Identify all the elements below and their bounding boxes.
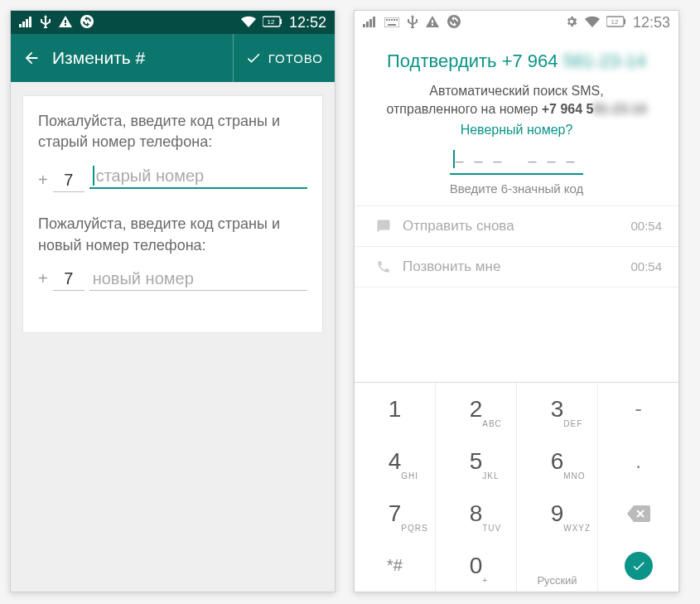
warning-icon [59,16,72,30]
svg-rect-14 [384,17,399,27]
svg-rect-25 [624,19,625,24]
key-dot[interactable]: . [598,435,678,487]
call-timer: 00:54 [630,259,662,273]
resend-timer: 00:54 [630,219,662,233]
svg-rect-0 [19,24,22,27]
resend-sms-row[interactable]: Отправить снова 00:54 [355,205,678,246]
text-cursor [453,150,455,168]
call-label: Позвонить мне [403,259,500,275]
key-8[interactable]: 8TUV [436,487,517,539]
text-cursor [93,166,94,186]
svg-rect-1 [22,22,25,27]
svg-rect-4 [65,20,66,23]
svg-rect-16 [389,19,390,21]
svg-rect-13 [373,17,375,27]
resend-label: Отправить снова [403,218,514,234]
key-symbols[interactable]: *# [355,539,436,592]
svg-rect-15 [386,19,388,21]
key-backspace[interactable] [598,487,678,539]
svg-rect-8 [280,19,282,24]
status-time: 12:52 [289,14,326,31]
svg-rect-17 [391,19,393,21]
svg-rect-12 [369,19,372,27]
old-number-placeholder: старый номер [96,167,204,186]
new-number-row: + новый номер [38,268,307,291]
call-me-row[interactable]: Позвонить мне 00:54 [355,246,678,288]
back-button[interactable] [11,49,52,67]
svg-rect-5 [65,24,66,26]
prompt-new: Пожалуйста, введите код страны и новый н… [38,214,307,255]
new-number-input[interactable]: новый номер [89,268,307,291]
sms-icon [371,219,396,234]
status-time: 12:53 [633,14,670,31]
plus-prefix: + [38,269,48,288]
keyboard-icon [384,16,399,30]
warning-icon [426,16,439,30]
usb-icon [41,15,51,31]
verify-title: Подтвердить +7 964 [387,51,558,71]
svg-text:12: 12 [611,18,619,26]
info-line1: Автоматический поиск SMS, [429,84,603,98]
key-0[interactable]: 0+ [436,539,517,592]
done-label: ГОТОВО [268,51,323,65]
old-number-input[interactable]: старый номер [89,164,307,189]
info-phone-visible: +7 964 5 [542,102,594,116]
key-4[interactable]: 4GHI [355,435,436,487]
key-7[interactable]: 7PQRS [355,487,436,539]
svg-rect-20 [388,24,396,26]
svg-rect-22 [432,24,433,26]
header-title: Изменить # [52,48,233,68]
info-phone-hidden: 81-23-14 [593,102,646,116]
phone-icon [371,259,396,274]
verify-info: Автоматический поиск SMS, отправленного … [355,75,678,119]
done-button[interactable]: ГОТОВО [233,34,335,82]
screen-verify: 12 12:53 Подтвердить +7 964 581-23-14 Ав… [354,10,679,592]
key-language[interactable]: Русский [517,539,598,592]
wrong-number-link[interactable]: Неверный номер? [355,123,678,138]
svg-rect-21 [432,20,433,23]
old-number-row: + старый номер [38,164,307,192]
key-5[interactable]: 5JKL [436,435,517,487]
key-3[interactable]: 3DEF [517,383,598,435]
app-header: Изменить # ГОТОВО [11,34,335,82]
signal-icon [363,16,376,30]
svg-rect-19 [396,19,398,21]
country-code-old[interactable] [53,169,84,192]
sync-icon [80,15,94,31]
numeric-keypad: 1 2ABC 3DEF - 4GHI 5JKL 6MNO . 7PQRS 8TU… [355,382,678,592]
svg-text:12: 12 [268,18,275,26]
form-card: Пожалуйста, введите код страны и старый … [22,95,323,333]
check-icon [625,552,653,580]
signal-icon [19,16,32,30]
battery-icon: 12 [606,16,626,30]
usb-icon [408,15,418,31]
screen-change-number: 12 12:52 Изменить # ГОТОВО Пожалуйста, в… [10,10,336,592]
sync-icon [447,15,461,31]
svg-rect-2 [26,19,28,27]
svg-rect-18 [393,19,395,21]
status-bar: 12 12:53 [355,11,678,34]
content-area: Пожалуйста, введите код страны и старый … [11,82,335,592]
key-dash[interactable]: - [598,383,678,435]
svg-rect-11 [366,22,369,27]
battery-icon: 12 [263,16,282,30]
key-6[interactable]: 6MNO [517,435,598,487]
settings-icon [565,15,578,31]
prompt-old: Пожалуйста, введите код страны и старый … [38,111,307,152]
key-9[interactable]: 9WXYZ [517,487,598,539]
verify-title-hidden: 581-23-14 [563,51,646,71]
code-hint: Введите 6-значный код [355,181,678,196]
key-2[interactable]: 2ABC [436,383,517,435]
code-input[interactable]: – – – – – – [450,152,582,175]
wifi-icon [585,16,600,30]
plus-prefix: + [38,171,48,190]
country-code-new[interactable] [53,268,84,291]
verify-header: Подтвердить +7 964 581-23-14 [355,34,678,75]
svg-rect-3 [29,17,31,27]
status-bar: 12 12:52 [11,11,335,34]
info-line2: отправленного на номер [386,102,541,116]
key-submit[interactable] [598,539,678,592]
new-number-placeholder: новый номер [93,269,194,288]
key-1[interactable]: 1 [355,383,436,435]
code-input-wrap: – – – – – – [355,152,678,175]
